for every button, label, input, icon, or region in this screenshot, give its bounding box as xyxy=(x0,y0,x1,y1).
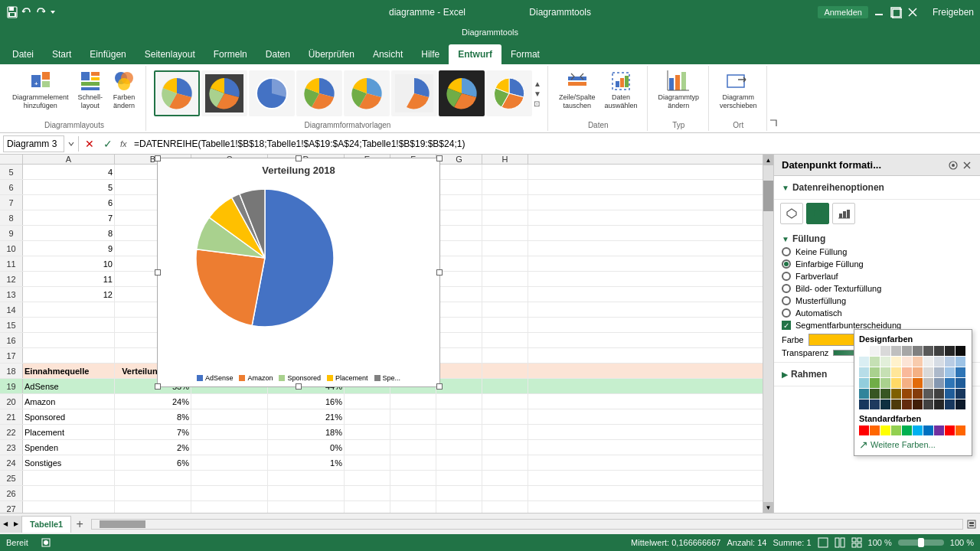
design-color-cell[interactable] xyxy=(913,357,923,367)
zoom-slider[interactable] xyxy=(898,540,944,546)
cell-a19[interactable]: AdSense xyxy=(23,379,115,393)
chart-style-3[interactable] xyxy=(249,70,295,116)
cell-a6[interactable]: 5 xyxy=(23,180,115,194)
design-color-cell[interactable] xyxy=(934,389,944,399)
design-color-cell[interactable] xyxy=(934,367,944,377)
std-color-cell[interactable] xyxy=(870,425,880,435)
style-scroll-down[interactable]: ▼ xyxy=(534,90,541,98)
design-color-cell[interactable] xyxy=(934,399,944,409)
design-color-cell[interactable] xyxy=(891,357,901,367)
radio-none[interactable] xyxy=(782,247,791,256)
tab-start[interactable]: Start xyxy=(43,44,80,64)
design-color-cell[interactable] xyxy=(870,357,880,367)
design-color-cell[interactable] xyxy=(945,399,955,409)
panel-tab-fill[interactable] xyxy=(806,203,829,224)
chart-style-1[interactable] xyxy=(154,70,200,116)
design-color-cell[interactable] xyxy=(923,378,933,388)
design-color-cell[interactable] xyxy=(859,378,869,388)
design-color-cell[interactable] xyxy=(934,346,944,356)
switch-row-col-button[interactable]: Zeile/Spaltetauschen xyxy=(556,67,599,112)
design-color-cell[interactable] xyxy=(902,399,912,409)
style-scroll-up[interactable]: ▲ xyxy=(534,80,541,88)
design-color-cell[interactable] xyxy=(913,367,923,377)
panel-tab-bar[interactable] xyxy=(832,203,855,224)
change-colors-button[interactable]: Farbenändern xyxy=(109,67,139,112)
cell-a18[interactable]: Einnahmequelle xyxy=(23,364,115,378)
scroll-down-button[interactable]: ▼ xyxy=(763,502,773,513)
design-color-cell[interactable] xyxy=(956,389,965,399)
design-color-cell[interactable] xyxy=(902,378,912,388)
radio-gradient[interactable] xyxy=(782,272,791,281)
chart-style-8[interactable] xyxy=(486,70,532,116)
cell-a5[interactable]: 4 xyxy=(23,165,115,179)
std-color-cell[interactable] xyxy=(934,425,944,435)
design-color-cell[interactable] xyxy=(891,399,901,409)
cell-h5[interactable] xyxy=(482,165,528,179)
design-color-cell[interactable] xyxy=(870,389,880,399)
design-color-cell[interactable] xyxy=(870,399,880,409)
fuellung-title[interactable]: ▼ Füllung xyxy=(782,232,972,246)
selection-handle-ml[interactable] xyxy=(155,269,161,276)
move-chart-button[interactable]: Diagrammverschieben xyxy=(717,67,760,112)
col-header-h[interactable]: H xyxy=(482,155,528,164)
fill-option-pattern[interactable]: Musterfüllung xyxy=(782,295,972,307)
save-icon[interactable] xyxy=(6,6,18,18)
selection-handle-tm[interactable] xyxy=(296,155,302,161)
selection-handle-bm[interactable] xyxy=(296,383,302,390)
name-box[interactable]: Diagramm 3 xyxy=(3,135,64,152)
checkbox-segment-box[interactable]: ✓ xyxy=(782,321,791,330)
ribbon-expand-button[interactable] xyxy=(769,66,779,131)
sheet-scroll-left[interactable]: ◀ xyxy=(0,516,11,533)
h-scroll-thumb[interactable] xyxy=(100,520,145,528)
design-color-cell[interactable] xyxy=(923,367,933,377)
design-color-cell[interactable] xyxy=(956,378,965,388)
std-color-cell[interactable] xyxy=(923,425,933,435)
fill-option-auto[interactable]: Automatisch xyxy=(782,307,972,319)
fill-option-gradient[interactable]: Farbverlauf xyxy=(782,270,972,282)
tab-format[interactable]: Format xyxy=(501,44,549,64)
design-color-cell[interactable] xyxy=(956,367,965,377)
scroll-track[interactable] xyxy=(763,165,773,502)
minimize-icon[interactable] xyxy=(873,6,885,18)
chart-container[interactable]: Verteilung 2018 AdSense Amazon Sponsored xyxy=(157,158,440,387)
page-view-icon[interactable] xyxy=(966,519,977,530)
mehr-farben-button[interactable]: ↗ Weitere Farben... xyxy=(859,439,967,451)
design-color-cell[interactable] xyxy=(923,389,933,399)
design-color-cell[interactable] xyxy=(934,357,944,367)
tab-ansicht[interactable]: Ansicht xyxy=(364,44,412,64)
add-sheet-button[interactable]: + xyxy=(71,516,88,533)
panel-settings-icon[interactable] xyxy=(948,160,959,171)
change-type-button[interactable]: Diagrammtypändern xyxy=(655,67,703,112)
std-color-cell[interactable] xyxy=(913,425,923,435)
design-color-cell[interactable] xyxy=(870,346,880,356)
confirm-formula-button[interactable]: ✓ xyxy=(100,136,116,152)
design-color-cell[interactable] xyxy=(880,399,890,409)
radio-solid[interactable] xyxy=(782,259,791,269)
design-color-cell[interactable] xyxy=(880,346,890,356)
fill-option-none[interactable]: Keine Füllung xyxy=(782,246,972,258)
design-color-cell[interactable] xyxy=(956,346,965,356)
design-color-cell[interactable] xyxy=(891,346,901,356)
selection-handle-tl[interactable] xyxy=(155,155,161,161)
design-color-cell[interactable] xyxy=(880,357,890,367)
tab-einfuegen[interactable]: Einfügen xyxy=(80,44,135,64)
design-color-cell[interactable] xyxy=(902,346,912,356)
design-color-cell[interactable] xyxy=(923,399,933,409)
tab-hilfe[interactable]: Hilfe xyxy=(412,44,449,64)
design-color-cell[interactable] xyxy=(945,389,955,399)
vertical-scrollbar[interactable]: ▲ ▼ xyxy=(763,155,773,513)
design-color-cell[interactable] xyxy=(891,367,901,377)
panel-tab-shape[interactable] xyxy=(780,203,803,224)
design-color-cell[interactable] xyxy=(870,367,880,377)
design-color-cell[interactable] xyxy=(913,346,923,356)
dropdown-icon[interactable] xyxy=(49,8,57,16)
login-button[interactable]: Anmelden xyxy=(818,6,868,18)
radio-texture[interactable] xyxy=(782,284,791,293)
style-scroll-more[interactable]: ⊡ xyxy=(534,99,541,108)
selection-handle-tr[interactable] xyxy=(436,155,443,161)
design-color-cell[interactable] xyxy=(923,357,933,367)
page-layout-icon[interactable] xyxy=(835,537,845,548)
design-color-cell[interactable] xyxy=(902,367,912,377)
select-data-button[interactable]: Datenauswählen xyxy=(601,67,640,112)
design-color-cell[interactable] xyxy=(902,389,912,399)
